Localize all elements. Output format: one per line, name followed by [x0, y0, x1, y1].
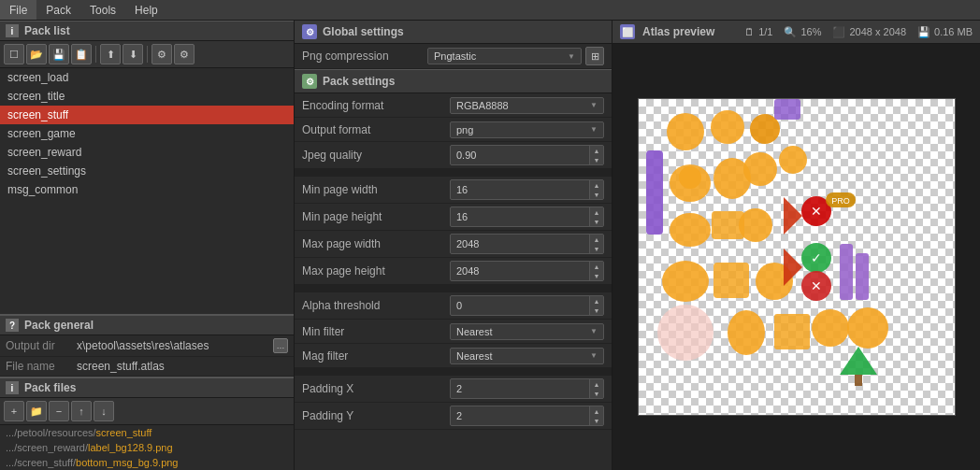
min-page-width-input[interactable]: [451, 182, 589, 197]
menu-help[interactable]: Help: [125, 0, 167, 20]
page-info-value: 1/1: [758, 26, 772, 37]
jpeg-quality-down-arrow[interactable]: ▼: [590, 155, 603, 164]
move-up-button[interactable]: ↑: [71, 401, 92, 421]
max-page-width-up-arrow[interactable]: ▲: [590, 235, 603, 244]
max-page-height-down-arrow[interactable]: ▼: [590, 271, 603, 280]
min-page-height-up-arrow[interactable]: ▲: [590, 207, 603, 217]
alpha-threshold-down-arrow[interactable]: ▼: [590, 306, 603, 315]
padding-x-spinbox[interactable]: ▲ ▼: [450, 378, 604, 399]
pack-item-screen-load[interactable]: screen_load: [0, 68, 294, 87]
padding-y-arrows: ▲ ▼: [589, 406, 603, 425]
padding-y-input[interactable]: [451, 408, 589, 423]
remove-file-button[interactable]: −: [49, 401, 69, 421]
file-item-2[interactable]: .../screen_reward/label_bg128.9.png: [0, 440, 294, 455]
size-info-value: 2048 x 2048: [849, 26, 906, 37]
menu-bar: File Pack Tools Help: [0, 0, 980, 21]
alpha-threshold-spinbox[interactable]: ▲ ▼: [450, 295, 604, 316]
menu-tools[interactable]: Tools: [80, 0, 125, 20]
svg-rect-27: [840, 244, 853, 300]
encoding-format-chevron-icon: ▼: [590, 101, 598, 109]
save-button[interactable]: 💾: [49, 44, 69, 64]
min-page-width-label: Min page width: [302, 183, 450, 196]
mag-filter-chevron-icon: ▼: [590, 351, 598, 360]
max-page-width-row: Max page width ▲ ▼: [295, 231, 612, 258]
max-page-height-spinbox[interactable]: ▲ ▼: [450, 261, 604, 281]
svg-point-0: [667, 113, 704, 150]
add-file-button[interactable]: +: [4, 401, 24, 421]
svg-point-11: [670, 213, 711, 247]
file-name-label: File name: [6, 360, 71, 373]
padding-y-spinbox[interactable]: ▲ ▼: [450, 406, 604, 426]
grid-view-button[interactable]: ⊞: [585, 47, 604, 65]
min-page-height-input[interactable]: [451, 209, 589, 224]
min-filter-dropdown[interactable]: Nearest ▼: [450, 323, 604, 340]
alpha-threshold-input[interactable]: [451, 298, 589, 313]
export-down-button[interactable]: ⬇: [122, 44, 143, 64]
middle-panel: ⚙ Global settings Png compression Pngtas…: [295, 21, 612, 470]
saveas-button[interactable]: 📋: [71, 44, 92, 64]
png-compression-row: Png compression Pngtastic ▼ ⊞: [295, 44, 612, 69]
pack-files-title: Pack files: [24, 381, 76, 394]
atlas-canvas-area[interactable]: ✕ PRO ✓ ✕: [612, 44, 980, 470]
padding-x-down-arrow[interactable]: ▼: [590, 389, 603, 398]
pack-item-msg-common[interactable]: msg_common: [0, 180, 294, 199]
min-page-width-down-arrow[interactable]: ▼: [590, 190, 603, 199]
svg-marker-22: [784, 249, 802, 286]
min-filter-chevron-icon: ▼: [590, 327, 598, 335]
padding-x-input[interactable]: [451, 381, 589, 396]
file-name-value: screen_stuff.atlas: [77, 360, 288, 373]
jpeg-quality-up-arrow[interactable]: ▲: [590, 146, 603, 155]
encoding-format-value: RGBA8888: [456, 100, 509, 111]
max-page-width-input[interactable]: [451, 236, 589, 251]
pack-item-screen-reward[interactable]: screen_reward: [0, 143, 294, 162]
alpha-threshold-label: Alpha threshold: [302, 299, 450, 312]
menu-file[interactable]: File: [0, 0, 36, 20]
pack-item-screen-stuff[interactable]: screen_stuff: [0, 106, 294, 124]
menu-pack[interactable]: Pack: [36, 0, 80, 20]
file-item-3[interactable]: .../screen_stuff/bottom_msg_bg.9.png: [0, 455, 294, 470]
right-panel: ⬜ Atlas preview 🗒 1/1 🔍 16% ⬛ 2048 x 204…: [612, 21, 980, 470]
alpha-threshold-up-arrow[interactable]: ▲: [590, 296, 603, 306]
output-format-dropdown[interactable]: png ▼: [450, 121, 604, 138]
output-format-value: png: [456, 124, 473, 135]
min-page-width-spinbox[interactable]: ▲ ▼: [450, 179, 604, 200]
new-button[interactable]: ☐: [4, 44, 24, 64]
global-settings-title: Global settings: [323, 25, 404, 38]
pack-files-section: i Pack files + 📁 − ↑ ↓ .../petool/resour…: [0, 377, 294, 470]
max-page-height-up-arrow[interactable]: ▲: [590, 262, 603, 271]
output-format-label: Output format: [302, 123, 450, 136]
svg-point-7: [743, 152, 777, 186]
padding-x-up-arrow[interactable]: ▲: [590, 379, 603, 389]
padding-y-up-arrow[interactable]: ▲: [590, 406, 603, 416]
mag-filter-dropdown[interactable]: Nearest ▼: [450, 348, 604, 364]
min-page-height-spinbox[interactable]: ▲ ▼: [450, 207, 604, 227]
pack-item-screen-settings[interactable]: screen_settings: [0, 162, 294, 180]
min-filter-value: Nearest: [456, 326, 493, 337]
max-page-height-label: Max page height: [302, 264, 450, 278]
file-item-1[interactable]: .../petool/resources/screen_stuff: [0, 425, 294, 440]
filesize-icon: 💾: [917, 26, 930, 38]
open-button[interactable]: 📂: [26, 44, 47, 64]
add-folder-button[interactable]: 📁: [26, 401, 47, 421]
export-up-button[interactable]: ⬆: [100, 44, 121, 64]
pack-item-screen-title[interactable]: screen_title: [0, 87, 294, 106]
move-down-button[interactable]: ↓: [94, 401, 114, 421]
min-page-height-down-arrow[interactable]: ▼: [590, 217, 603, 226]
settings2-button[interactable]: ⚙: [174, 44, 195, 64]
jpeg-quality-input[interactable]: [451, 148, 589, 163]
padding-y-down-arrow[interactable]: ▼: [590, 416, 603, 425]
max-page-width-down-arrow[interactable]: ▼: [590, 244, 603, 253]
svg-point-8: [779, 146, 807, 174]
settings-button[interactable]: ⚙: [151, 44, 172, 64]
png-compression-dropdown[interactable]: Pngtastic ▼: [427, 48, 582, 64]
max-page-height-input[interactable]: [451, 263, 589, 278]
output-dir-browse-button[interactable]: …: [273, 338, 288, 353]
page-info-item: 🗒 1/1: [744, 26, 772, 37]
jpeg-quality-spinbox[interactable]: ▲ ▼: [450, 145, 604, 165]
min-page-width-up-arrow[interactable]: ▲: [590, 180, 603, 190]
pack-item-screen-game[interactable]: screen_game: [0, 124, 294, 143]
jpeg-quality-row: Jpeg quality ▲ ▼: [295, 142, 612, 169]
encoding-format-dropdown[interactable]: RGBA8888 ▼: [450, 97, 604, 114]
max-page-width-spinbox[interactable]: ▲ ▼: [450, 234, 604, 254]
svg-point-19: [662, 261, 709, 302]
